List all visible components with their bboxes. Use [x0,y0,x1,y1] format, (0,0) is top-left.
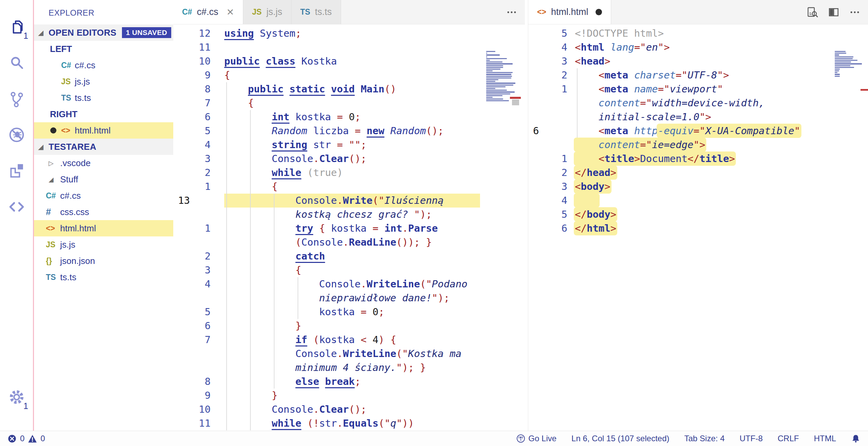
tab-html.html[interactable]: <>html.html [528,0,611,24]
code-line[interactable]: 2 while (true) [173,166,525,180]
html-file-icon: <> [537,7,546,17]
code-text: Console.WriteLine("Podano [224,277,480,291]
code-line[interactable]: 4<html lang="en"> [528,40,868,54]
code-line[interactable]: 9 } [173,389,525,403]
code-line[interactable]: 3<body> [528,180,868,194]
activity-settings-gear-icon[interactable]: 1 [0,379,33,415]
code-line[interactable]: 4 string str = ""; [173,138,525,152]
folder-section-header[interactable]: ◢TESTAREA [34,139,173,155]
tab-ts.ts[interactable]: TSts.ts [291,0,341,24]
code-line[interactable]: 1 try { kostka = int.Parse [173,221,525,235]
chevron-expanded-icon: ◢ [49,176,60,183]
encoding[interactable]: UTF-8 [740,434,763,443]
code-line[interactable]: 12using System; [173,26,525,40]
open-preview-icon[interactable] [807,6,818,18]
code-line[interactable]: content="ie=edge"> [528,138,868,152]
more-actions-icon[interactable] [506,6,517,18]
activity-code-brackets-icon[interactable] [0,189,33,225]
status-label: HTML [814,434,836,443]
code-line[interactable]: 5 Random liczba = new Random(); [173,124,525,138]
activity-extensions-icon[interactable] [0,153,33,189]
problems-status[interactable]: 00 [7,434,45,443]
close-icon[interactable]: ✕ [226,7,234,18]
csharp-file-icon: C# [46,191,60,200]
code-line[interactable]: initial-scale=1.0"> [528,110,868,124]
code-line[interactable]: 1 { [173,180,525,194]
code-line[interactable]: (Console.ReadLine()); } [173,235,525,249]
code-line[interactable]: Console.WriteLine("Kostka ma [173,347,525,361]
code-line[interactable]: 2</head> [528,166,868,180]
folder-.vscode[interactable]: ▷.vscode [34,155,173,171]
selection-highlight: </body> [574,207,617,221]
open-editor-js.js[interactable]: JSjs.js [34,73,173,90]
code-line[interactable]: 1 <title>Document</title> [528,152,868,166]
code-line[interactable]: 2 <meta charset="UTF-8"> [528,68,868,82]
code-line[interactable]: content="width=device-width, [528,96,868,110]
minimap[interactable] [486,51,516,102]
code-line[interactable]: 6 <meta http-equiv="X-UA-Compatible" [528,124,868,138]
file-name: css.css [60,207,89,217]
code-line[interactable]: 4 Console.WriteLine("Podano [173,277,525,291]
minimap[interactable] [835,51,865,77]
tree-file-html.html[interactable]: <>html.html [34,220,173,236]
activity-source-control-icon[interactable] [0,81,33,117]
more-actions-icon[interactable] [849,6,861,18]
activity-search-icon[interactable] [0,45,33,81]
code-line[interactable]: 2 catch [173,249,525,263]
go-live-button[interactable]: Go Live [516,434,556,443]
css-file-icon: # [46,207,60,217]
tree-file-css.css[interactable]: #css.css [34,204,173,220]
code-line[interactable]: 7 if (kostka < 4) { [173,333,525,347]
tree-file-c#.cs[interactable]: C#c#.cs [34,188,173,204]
code-editor[interactable]: 12using System;1110public class Kostka9{… [173,24,525,431]
code-line[interactable]: minimum 4 ściany."); } [173,361,525,375]
tree-file-ts.ts[interactable]: TSts.ts [34,269,173,285]
folder-Stuff[interactable]: ◢Stuff [34,171,173,188]
code-line[interactable]: 8 else break; [173,375,525,389]
code-line[interactable]: 7 { [173,96,525,110]
code-line[interactable]: 6 } [173,319,525,333]
selection-highlight: <body> [574,179,612,194]
tab-js.js[interactable]: JSjs.js [243,0,291,24]
code-line[interactable]: 3 { [173,263,525,277]
open-editor-c#.cs[interactable]: C#c#.cs [34,57,173,73]
code-line[interactable]: 3 Console.Clear(); [173,152,525,166]
code-line[interactable]: 9{ [173,68,525,82]
problem-count: 0 [40,434,45,443]
activity-files-icon[interactable]: 1 [0,9,33,45]
cursor-position[interactable]: Ln 6, Col 15 (107 selected) [571,434,669,443]
code-line[interactable]: 1 <meta name="viewport" [528,82,868,96]
open-editors-header[interactable]: ◢OPEN EDITORS1 UNSAVED [34,24,173,41]
tree-file-json.json[interactable]: {}json.json [34,253,173,269]
code-line[interactable]: 4 [528,194,868,208]
code-line[interactable]: kostką chcesz grać? "); [173,208,525,221]
eol[interactable]: CRLF [778,434,799,443]
tree-file-js.js[interactable]: JSjs.js [34,236,173,253]
code-line[interactable]: 3<head> [528,54,868,68]
code-editor[interactable]: 5<!DOCTYPE html>4<html lang="en">3<head>… [528,24,868,431]
code-line[interactable]: 6</html> [528,221,868,235]
open-editor-html.html[interactable]: <>html.html [34,122,173,139]
code-line[interactable]: 8 public static void Main() [173,82,525,96]
code-line[interactable]: 5<!DOCTYPE html> [528,26,868,40]
code-line[interactable]: 10public class Kostka [173,54,525,68]
tab-c#.cs[interactable]: C#c#.cs✕ [173,0,243,24]
line-number [528,110,567,124]
activity-debug-disabled-icon[interactable] [0,117,33,153]
indentation[interactable]: Tab Size: 4 [684,434,725,443]
code-line[interactable]: 11 [173,40,525,54]
code-line[interactable]: 10 Console.Clear(); [173,403,525,416]
code-line[interactable]: 6 int kostka = 0; [173,110,525,124]
open-editor-ts.ts[interactable]: TSts.ts [34,90,173,106]
code-line[interactable]: 11 while (!str.Equals("q")) [173,416,525,430]
code-line[interactable]: nieprawidłowe dane!"); [173,291,525,305]
language-mode[interactable]: HTML [814,434,836,443]
scrollbar-handle[interactable] [512,100,519,105]
notifications-bell-icon[interactable] [851,434,861,443]
code-line[interactable]: 5</body> [528,208,868,221]
code-line[interactable]: 5 kostka = 0; [173,305,525,319]
broadcast-icon [516,434,526,443]
code-line[interactable]: 13 Console.Write("Iluścienną [173,194,525,208]
editor-group-divider[interactable] [525,0,528,431]
split-editor-icon[interactable] [828,6,839,18]
